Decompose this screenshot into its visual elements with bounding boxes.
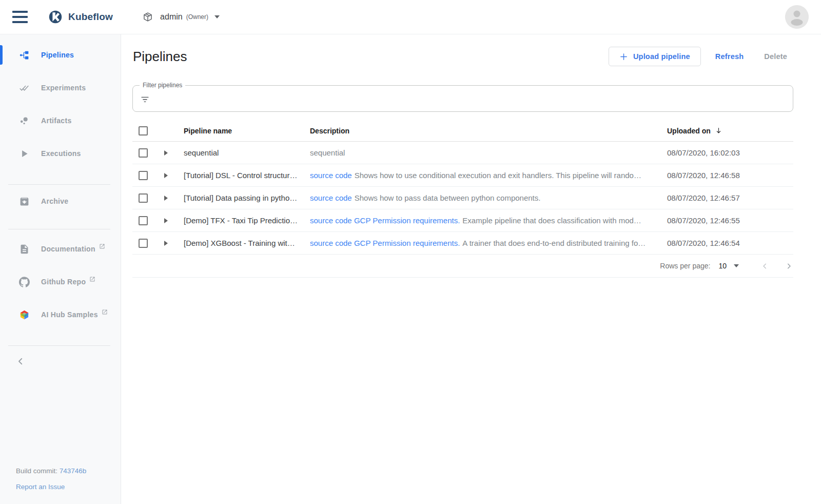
sidebar-item-archive[interactable]: Archive: [0, 185, 121, 218]
filter-field[interactable]: Filter pipelines: [132, 85, 793, 112]
table-row[interactable]: [Demo] XGBoost - Training wit… source co…: [132, 232, 793, 255]
pipeline-name-link[interactable]: [Demo] TFX - Taxi Tip Predictio…: [184, 216, 310, 225]
expand-row-icon[interactable]: [164, 196, 168, 201]
filter-input[interactable]: [155, 89, 787, 108]
document-icon: [18, 244, 30, 255]
filter-icon: [140, 94, 150, 104]
column-header-pipeline-name[interactable]: Pipeline name: [184, 127, 310, 135]
delete-button[interactable]: Delete: [759, 48, 792, 65]
menu-icon[interactable]: [12, 11, 28, 23]
topbar: Kubeflow admin (Owner): [0, 0, 821, 34]
expand-row-icon[interactable]: [164, 173, 168, 178]
build-commit-label: Build commit:: [16, 467, 57, 475]
external-link-icon: [99, 243, 105, 249]
uploaded-on-value: 08/07/2020, 12:46:58: [667, 171, 793, 180]
uploaded-on-value: 08/07/2020, 12:46:57: [667, 193, 793, 202]
pipeline-description: sequential: [310, 148, 667, 157]
sidebar-item-pipelines[interactable]: Pipelines: [0, 38, 121, 71]
description-text: A trainer that does end-to-end distribut…: [462, 239, 646, 247]
chevron-right-icon: [785, 262, 793, 270]
report-issue-link[interactable]: Report an Issue: [16, 483, 65, 491]
build-commit-link[interactable]: 743746b: [60, 467, 87, 475]
rows-per-page-select[interactable]: 10: [718, 262, 727, 270]
executions-icon: [18, 148, 30, 159]
kubeflow-logo[interactable]: Kubeflow: [48, 10, 113, 24]
pipelines-icon: [18, 50, 30, 61]
row-checkbox[interactable]: [139, 216, 148, 225]
github-icon: [18, 277, 30, 287]
uploaded-on-value: 08/07/2020, 12:46:55: [667, 216, 793, 225]
sidebar-item-executions[interactable]: Executions: [0, 137, 121, 170]
chevron-down-icon: [214, 15, 220, 18]
pipeline-name-link[interactable]: [Tutorial] Data passing in pytho…: [184, 193, 310, 202]
namespace-selector[interactable]: admin (Owner): [143, 12, 220, 22]
select-all-checkbox[interactable]: [139, 126, 148, 135]
build-commit: Build commit: 743746b: [16, 467, 86, 475]
column-header-uploaded-on[interactable]: Uploaded on: [667, 127, 793, 135]
row-checkbox[interactable]: [139, 193, 148, 203]
row-checkbox[interactable]: [139, 148, 148, 158]
sidebar: Pipelines Experiments Artifacts Executio…: [0, 34, 121, 504]
sidebar-item-ai-hub-samples[interactable]: AI Hub Samples: [0, 298, 121, 331]
kubeflow-logo-icon: [48, 10, 63, 24]
pipeline-description: source codeShows how to use conditional …: [310, 171, 667, 180]
sidebar-item-documentation[interactable]: Documentation: [0, 232, 121, 265]
experiments-icon: [18, 83, 30, 93]
row-checkbox[interactable]: [139, 239, 148, 248]
chevron-left-icon: [760, 262, 769, 270]
main-content: Pipelines Upload pipeline Refresh Delete…: [121, 0, 821, 278]
uploaded-on-value: 08/07/2020, 12:46:54: [667, 239, 793, 247]
active-indicator: [0, 45, 3, 65]
pipelines-table-body: sequential sequential 08/07/2020, 16:02:…: [132, 142, 793, 255]
namespace-cube-icon: [143, 12, 153, 22]
external-link-icon: [102, 309, 108, 315]
pipeline-description: source code GCP Permission requirements.…: [310, 239, 667, 247]
table-row[interactable]: [Tutorial] Data passing in pytho… source…: [132, 187, 793, 209]
description-links[interactable]: source code GCP Permission requirements.: [310, 239, 460, 247]
namespace-name: admin: [160, 12, 183, 22]
sidebar-item-experiments[interactable]: Experiments: [0, 71, 121, 104]
refresh-button[interactable]: Refresh: [710, 48, 749, 65]
sidebar-footer: Build commit: 743746b Report an Issue: [16, 467, 86, 491]
column-header-description[interactable]: Description: [310, 127, 667, 135]
external-link-icon: [89, 276, 95, 282]
description-text: Example pipeline that does classificatio…: [462, 216, 641, 225]
sidebar-divider: [8, 345, 110, 346]
sidebar-item-github-repo[interactable]: Github Repo: [0, 265, 121, 298]
table-row[interactable]: [Demo] TFX - Taxi Tip Predictio… source …: [132, 209, 793, 232]
chevron-down-icon[interactable]: [734, 264, 739, 267]
table-row[interactable]: [Tutorial] DSL - Control structur… sourc…: [132, 164, 793, 187]
description-text: Shows how to pass data between python co…: [355, 193, 541, 202]
previous-page-button[interactable]: [760, 262, 769, 270]
sidebar-item-artifacts[interactable]: Artifacts: [0, 104, 121, 137]
aihub-icon: [18, 309, 30, 320]
collapse-sidebar-button[interactable]: [13, 354, 28, 369]
table-row[interactable]: sequential sequential 08/07/2020, 16:02:…: [132, 142, 793, 164]
row-checkbox[interactable]: [139, 171, 148, 180]
plus-icon: [619, 52, 628, 61]
sort-descending-icon[interactable]: [715, 127, 722, 134]
expand-row-icon[interactable]: [164, 218, 168, 223]
avatar[interactable]: [785, 5, 809, 29]
pipeline-description: source code GCP Permission requirements.…: [310, 216, 667, 225]
table-header-row: Pipeline name Description Uploaded on: [132, 120, 793, 142]
expand-row-icon[interactable]: [164, 150, 168, 156]
upload-pipeline-label: Upload pipeline: [633, 52, 690, 61]
pagination-bar: Rows per page: 10: [132, 255, 793, 278]
pipelines-table: Pipeline name Description Uploaded on se…: [132, 120, 793, 255]
next-page-button[interactable]: [785, 262, 793, 270]
description-text: sequential: [310, 148, 345, 157]
pipeline-name-link[interactable]: sequential: [184, 148, 310, 157]
description-links[interactable]: source code: [310, 171, 352, 180]
expand-row-icon[interactable]: [164, 241, 168, 246]
archive-icon: [18, 196, 30, 207]
filter-label: Filter pipelines: [140, 82, 185, 89]
pipeline-name-link[interactable]: [Tutorial] DSL - Control structur…: [184, 171, 310, 180]
upload-pipeline-button[interactable]: Upload pipeline: [609, 47, 701, 66]
description-links[interactable]: source code: [310, 193, 352, 202]
pipeline-name-link[interactable]: [Demo] XGBoost - Training wit…: [184, 239, 310, 247]
sidebar-divider: [8, 229, 110, 229]
page-title: Pipelines: [133, 49, 187, 65]
description-links[interactable]: source code GCP Permission requirements.: [310, 216, 460, 225]
description-text: Shows how to use conditional execution a…: [355, 171, 641, 180]
